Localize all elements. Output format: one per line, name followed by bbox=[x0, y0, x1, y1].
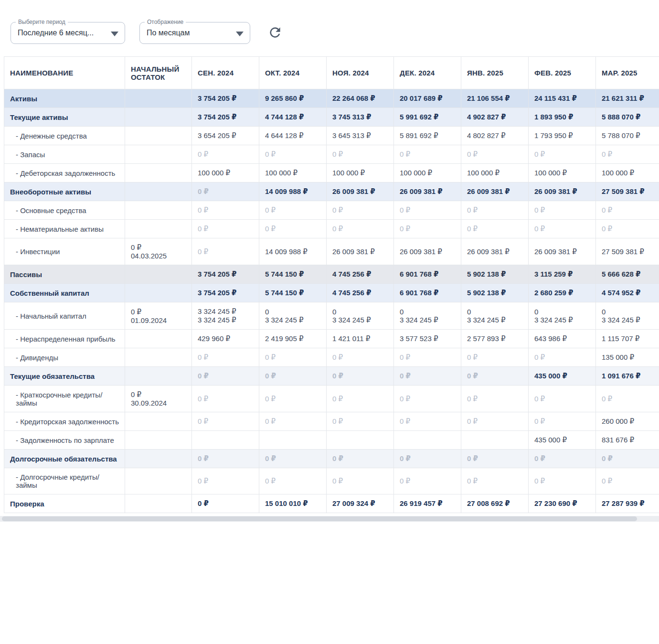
value-cell: 1 421 011 ₽ bbox=[327, 330, 394, 348]
value-cell: 26 009 381 ₽ bbox=[529, 182, 596, 201]
balance-table: НАИМЕНОВАНИЕНАЧАЛЬНЫЙ ОСТАТОКСЕН. 2024ОК… bbox=[4, 56, 659, 513]
value-cell: 6 901 768 ₽ bbox=[394, 284, 461, 302]
initial-balance-cell bbox=[125, 145, 192, 164]
value-cell: 4 802 827 ₽ bbox=[461, 127, 529, 145]
value-cell: 26 009 381 ₽ bbox=[327, 238, 394, 265]
row-assets[interactable]: Активы3 754 205 ₽9 265 860 ₽22 264 068 ₽… bbox=[4, 89, 659, 108]
column-header: ДЕК. 2024 bbox=[394, 57, 461, 89]
value-cell: 26 919 457 ₽ bbox=[394, 494, 461, 513]
row-non-current-assets[interactable]: Внеоборотные активы0 ₽14 009 988 ₽26 009… bbox=[4, 182, 659, 201]
row-accounts-payable: - Кредиторская задолженность0 ₽0 ₽0 ₽0 ₽… bbox=[4, 412, 659, 431]
chevron-down-icon bbox=[111, 32, 118, 36]
row-intangible-assets: - Нематериальные активы0 ₽0 ₽0 ₽0 ₽0 ₽0 … bbox=[4, 220, 659, 238]
value-cell: 0 ₽ bbox=[327, 450, 394, 468]
value-cell: 0 ₽ bbox=[259, 220, 327, 238]
value-cell: 3 645 313 ₽ bbox=[327, 127, 394, 145]
initial-balance-cell bbox=[125, 412, 192, 431]
row-cash: - Денежные средства3 654 205 ₽4 644 128 … bbox=[4, 127, 659, 145]
column-header: ОКТ. 2024 bbox=[259, 57, 327, 89]
column-header: НАИМЕНОВАНИЕ bbox=[4, 57, 125, 89]
initial-balance-cell bbox=[125, 367, 192, 386]
row-name: - Долгосрочные кредиты/ займы bbox=[4, 468, 125, 494]
row-equity[interactable]: Собственный капитал3 754 205 ₽5 744 150 … bbox=[4, 284, 659, 302]
horizontal-scrollbar[interactable] bbox=[0, 516, 659, 522]
value-cell: 0 ₽ bbox=[461, 468, 529, 494]
value-cell: 0 ₽ bbox=[596, 468, 659, 494]
value-cell: 14 009 988 ₽ bbox=[259, 182, 327, 201]
value-cell: 5 888 070 ₽ bbox=[596, 108, 659, 127]
value-cell: 9 265 860 ₽ bbox=[259, 89, 327, 108]
initial-balance-cell: 0 ₽ 01.09.2024 bbox=[125, 302, 192, 330]
value-cell: 0 ₽ bbox=[192, 450, 259, 468]
initial-balance-cell bbox=[125, 164, 192, 182]
value-cell: 5 666 628 ₽ bbox=[596, 265, 659, 284]
value-cell: 0 ₽ bbox=[259, 145, 327, 164]
value-cell: 3 115 259 ₽ bbox=[529, 265, 596, 284]
value-cell bbox=[394, 431, 461, 450]
value-cell: 5 991 692 ₽ bbox=[394, 108, 461, 127]
horizontal-scrollbar-thumb[interactable] bbox=[2, 516, 637, 521]
row-current-liabilities[interactable]: Текущие обязательства0 ₽0 ₽0 ₽0 ₽0 ₽435 … bbox=[4, 367, 659, 386]
value-cell: 2 577 893 ₽ bbox=[461, 330, 529, 348]
value-cell bbox=[259, 431, 327, 450]
row-name: - Нераспределенная прибыль bbox=[4, 330, 125, 348]
value-cell: 26 009 381 ₽ bbox=[394, 182, 461, 201]
period-select[interactable]: Выберите период Последние 6 месяц... bbox=[11, 22, 125, 44]
initial-balance-cell: 0 ₽ 30.09.2024 bbox=[125, 386, 192, 412]
value-cell: 27 509 381 ₽ bbox=[596, 182, 659, 201]
row-name: - Денежные средства bbox=[4, 127, 125, 145]
row-receivables: - Дебеторская задолженность100 000 ₽100 … bbox=[4, 164, 659, 182]
row-name: Текущие активы bbox=[4, 108, 125, 127]
value-cell: 0 ₽ bbox=[192, 182, 259, 201]
value-cell: 0 ₽ bbox=[259, 348, 327, 367]
row-name: - Дивиденды bbox=[4, 348, 125, 367]
row-fixed-assets: - Основные средства0 ₽0 ₽0 ₽0 ₽0 ₽0 ₽0 ₽ bbox=[4, 201, 659, 220]
value-cell: 0 ₽ bbox=[327, 348, 394, 367]
value-cell: 26 009 381 ₽ bbox=[529, 238, 596, 265]
value-cell: 643 986 ₽ bbox=[529, 330, 596, 348]
initial-balance-cell bbox=[125, 201, 192, 220]
value-cell: 100 000 ₽ bbox=[529, 164, 596, 182]
value-cell: 3 754 205 ₽ bbox=[192, 108, 259, 127]
value-cell: 435 000 ₽ bbox=[529, 367, 596, 386]
value-cell: 0 3 324 245 ₽ bbox=[394, 302, 461, 330]
balance-table-container: НАИМЕНОВАНИЕНАЧАЛЬНЫЙ ОСТАТОКСЕН. 2024ОК… bbox=[4, 56, 653, 513]
value-cell: 0 ₽ bbox=[394, 145, 461, 164]
value-cell: 3 577 523 ₽ bbox=[394, 330, 461, 348]
value-cell: 20 017 689 ₽ bbox=[394, 89, 461, 108]
value-cell: 4 644 128 ₽ bbox=[259, 127, 327, 145]
row-long-term-liabilities[interactable]: Долгосрочные обязательства0 ₽0 ₽0 ₽0 ₽0 … bbox=[4, 450, 659, 468]
display-select[interactable]: Отображение По месяцам bbox=[139, 22, 250, 44]
value-cell: 26 009 381 ₽ bbox=[394, 238, 461, 265]
value-cell: 5 902 138 ₽ bbox=[461, 265, 529, 284]
initial-balance-cell: 0 ₽ 04.03.2025 bbox=[125, 238, 192, 265]
value-cell: 0 ₽ bbox=[461, 145, 529, 164]
value-cell: 0 ₽ bbox=[192, 238, 259, 265]
column-header: СЕН. 2024 bbox=[192, 57, 259, 89]
row-liabilities[interactable]: Пассивы3 754 205 ₽5 744 150 ₽4 745 256 ₽… bbox=[4, 265, 659, 284]
value-cell: 831 676 ₽ bbox=[596, 431, 659, 450]
initial-balance-cell bbox=[125, 348, 192, 367]
row-name: - Кредиторская задолженность bbox=[4, 412, 125, 431]
row-name: Внеоборотные активы bbox=[4, 182, 125, 201]
value-cell: 0 ₽ bbox=[192, 367, 259, 386]
value-cell: 0 ₽ bbox=[259, 367, 327, 386]
value-cell: 21 106 554 ₽ bbox=[461, 89, 529, 108]
row-long-term-loans: - Долгосрочные кредиты/ займы0 ₽0 ₽0 ₽0 … bbox=[4, 468, 659, 494]
display-select-label: Отображение bbox=[145, 19, 186, 25]
row-name: - Дебеторская задолженность bbox=[4, 164, 125, 182]
value-cell: 3 654 205 ₽ bbox=[192, 127, 259, 145]
value-cell: 27 509 381 ₽ bbox=[596, 238, 659, 265]
period-select-label: Выберите период bbox=[16, 19, 68, 25]
value-cell: 435 000 ₽ bbox=[529, 431, 596, 450]
row-name: Пассивы bbox=[4, 265, 125, 284]
initial-balance-cell bbox=[125, 468, 192, 494]
refresh-icon bbox=[267, 25, 283, 42]
refresh-button[interactable] bbox=[266, 24, 284, 42]
value-cell: 0 ₽ bbox=[327, 220, 394, 238]
row-current-assets[interactable]: Текущие активы3 754 205 ₽4 744 128 ₽3 74… bbox=[4, 108, 659, 127]
row-check: Проверка0 ₽15 010 010 ₽27 009 324 ₽26 91… bbox=[4, 494, 659, 513]
value-cell: 100 000 ₽ bbox=[461, 164, 529, 182]
value-cell bbox=[327, 431, 394, 450]
value-cell: 0 ₽ bbox=[394, 412, 461, 431]
